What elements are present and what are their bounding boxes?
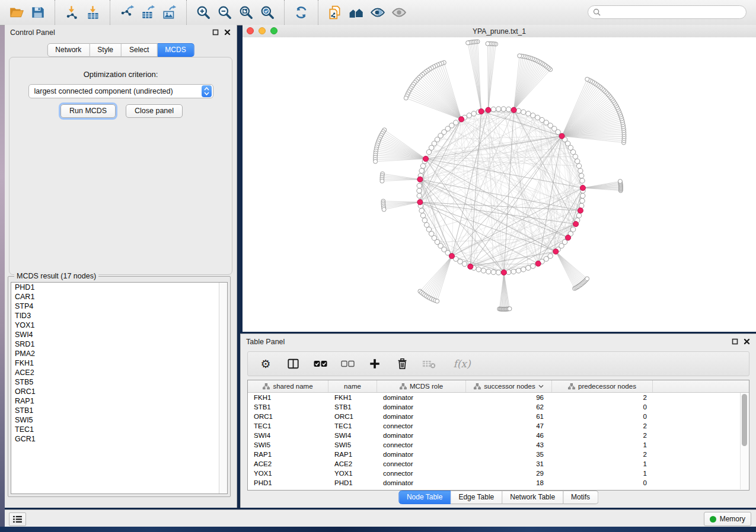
delete-column-button[interactable] (395, 357, 409, 371)
table-cell: ORC1 (248, 412, 328, 421)
node-table-header-row: shared namenameMCDS rolesuccessor nodesp… (248, 380, 749, 393)
table-row[interactable]: SWI4SWI4dominator462 (248, 431, 749, 440)
mcds-result-item[interactable]: SWI4 (11, 330, 227, 339)
tab-style[interactable]: Style (90, 43, 122, 57)
main-toolbar (0, 0, 756, 25)
close-table-panel-icon[interactable] (744, 338, 750, 345)
float-panel-icon[interactable] (212, 29, 219, 36)
table-row[interactable]: YOX1YOX1connector291 (248, 469, 749, 478)
task-history-button[interactable] (9, 512, 26, 526)
save-floppy-icon (30, 5, 46, 20)
table-row[interactable]: ORC1ORC1dominator610 (248, 412, 749, 421)
add-column-button[interactable] (368, 357, 382, 371)
deselect-all-button[interactable] (340, 357, 355, 371)
mcds-result-item[interactable]: GCR1 (11, 434, 227, 444)
mcds-result-item[interactable]: FKH1 (11, 358, 227, 368)
column-header-shared-name[interactable]: shared name (248, 380, 328, 392)
mcds-result-item[interactable]: YOX1 (11, 321, 227, 330)
table-cell: 43 (466, 440, 552, 450)
search-icon (593, 8, 601, 16)
clone-network-button[interactable] (324, 2, 346, 23)
refresh-layout-button[interactable] (291, 2, 312, 23)
mcds-result-item[interactable]: STB5 (11, 377, 227, 387)
zoom-fit-button[interactable] (235, 2, 257, 23)
column-header-mcds-role[interactable]: MCDS role (377, 380, 466, 392)
save-session-button[interactable] (27, 2, 49, 23)
column-header-name[interactable]: name (328, 380, 377, 392)
table-cell: 1 (552, 440, 653, 450)
table-cell (653, 469, 741, 478)
table-cell: SWI4 (248, 431, 328, 440)
import-table-button[interactable] (82, 2, 104, 23)
tab-mcds[interactable]: MCDS (157, 43, 194, 57)
column-header-predecessor-nodes[interactable]: predecessor nodes (552, 380, 653, 392)
mcds-result-item[interactable]: SRD1 (11, 339, 227, 349)
tab-motifs[interactable]: Motifs (563, 491, 598, 504)
network-window-titlebar[interactable]: YPA_prune.txt_1 (243, 25, 756, 38)
open-session-button[interactable] (6, 2, 27, 23)
node-table[interactable]: shared namenameMCDS rolesuccessor nodesp… (247, 380, 749, 491)
hide-selection-button[interactable] (367, 2, 388, 23)
first-neighbors-button[interactable] (346, 2, 367, 23)
table-row[interactable]: TEC1TEC1connector472 (248, 421, 749, 431)
show-all-button[interactable] (388, 2, 410, 23)
mcds-result-item[interactable]: STB1 (11, 406, 227, 415)
optimization-criterion-select[interactable]: largest connected component (undirected) (28, 84, 213, 98)
mcds-result-item[interactable]: PHD1 (11, 283, 227, 292)
column-selector-button[interactable] (286, 357, 300, 371)
select-all-button[interactable] (313, 357, 327, 371)
table-panel-title: Table Panel (246, 338, 285, 346)
table-cell: 2 (552, 431, 653, 440)
mcds-result-list[interactable]: PHD1CAR1STP4TID3YOX1SWI4SRD1PMA2FKH1ACE2… (11, 282, 228, 494)
float-table-panel-icon[interactable] (732, 338, 738, 345)
export-image-button[interactable] (159, 2, 180, 23)
mcds-result-item[interactable]: SWI5 (11, 415, 227, 425)
import-network-button[interactable] (61, 2, 82, 23)
table-toolbar: ⚙ f(x) (247, 351, 749, 376)
export-table-button[interactable] (138, 2, 159, 23)
tab-node-table[interactable]: Node Table (398, 491, 451, 504)
table-cell: connector (377, 440, 466, 450)
tab-network-table[interactable]: Network Table (502, 491, 563, 504)
zoom-out-button[interactable] (214, 2, 235, 23)
column-header-successor-nodes[interactable]: successor nodes (466, 380, 552, 392)
mcds-result-item[interactable]: TID3 (11, 311, 227, 321)
mcds-result-item[interactable]: ORC1 (11, 387, 227, 396)
table-row[interactable]: STB1STB1dominator620 (248, 402, 749, 412)
close-panel-icon[interactable] (224, 29, 231, 36)
delete-table-button[interactable] (422, 357, 436, 371)
table-row[interactable]: SWI5SWI5connector431 (248, 440, 749, 450)
mcds-result-item[interactable]: RAP1 (11, 396, 227, 406)
column-header-filler (653, 380, 741, 392)
mcds-result-item[interactable]: ACE2 (11, 368, 227, 377)
tab-select[interactable]: Select (122, 43, 157, 57)
mcds-result-item[interactable]: STP4 (11, 302, 227, 311)
tab-edge-table[interactable]: Edge Table (451, 491, 502, 504)
table-row[interactable]: FKH1FKH1dominator962 (248, 393, 749, 402)
table-row[interactable]: PHD1PHD1dominator180 (248, 478, 749, 488)
table-settings-button[interactable]: ⚙ (259, 357, 273, 371)
table-scrollbar[interactable] (740, 393, 748, 489)
table-row[interactable]: ACE2ACE2connector311 (248, 459, 749, 469)
search-input[interactable] (588, 5, 747, 19)
table-row[interactable]: RAP1RAP1dominator352 (248, 450, 749, 459)
mcds-result-item[interactable]: CAR1 (11, 292, 227, 302)
zoom-in-button[interactable] (193, 2, 214, 23)
zoom-selected-button[interactable] (257, 2, 278, 23)
memory-button[interactable]: Memory (704, 512, 751, 526)
mcds-result-item[interactable]: TEC1 (11, 425, 227, 434)
table-scrollbar-thumb[interactable] (742, 394, 747, 446)
close-panel-button[interactable]: Close panel (126, 104, 183, 118)
delete-table-icon (422, 359, 436, 369)
mcds-result-item[interactable]: PMA2 (11, 349, 227, 358)
export-network-icon (119, 5, 135, 20)
run-mcds-button[interactable]: Run MCDS (60, 104, 116, 118)
network-canvas[interactable] (243, 37, 756, 332)
mcds-list-scrollbar[interactable] (219, 283, 227, 493)
table-cell: SWI5 (328, 440, 377, 450)
table-cell: 47 (466, 421, 552, 431)
export-network-button[interactable] (116, 2, 138, 23)
tab-network[interactable]: Network (47, 43, 90, 57)
function-builder-button[interactable]: f(x) (449, 357, 474, 371)
table-cell: TEC1 (328, 421, 377, 431)
